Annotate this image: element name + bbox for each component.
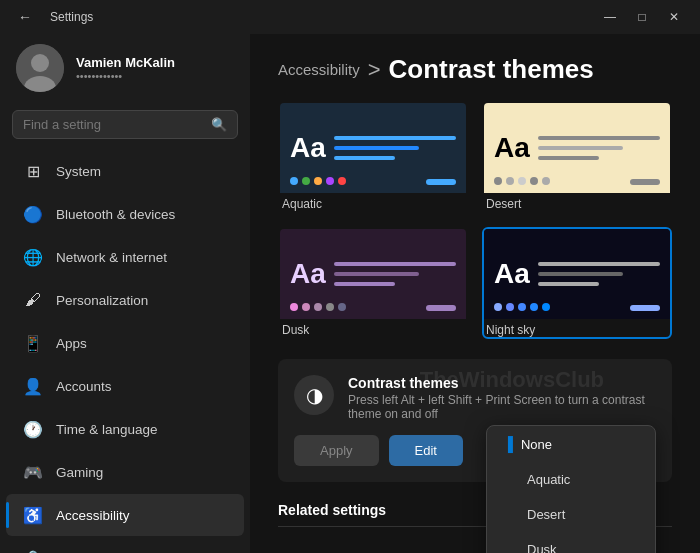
nav-label: Time & language (56, 422, 158, 437)
user-name: Vamien McKalin (76, 55, 175, 70)
titlebar: ← Settings — □ ✕ (0, 0, 700, 34)
contrast-desc: Press left Alt + left Shift + Print Scre… (348, 393, 656, 421)
window-controls: — □ ✕ (594, 3, 690, 31)
nav-label: Personalization (56, 293, 148, 308)
contrast-icon: ◑ (294, 375, 334, 415)
check-icon: ▐ (503, 436, 513, 452)
svg-point-1 (31, 54, 49, 72)
nav-label: Network & internet (56, 250, 167, 265)
theme-aa-dusk: Aa (290, 258, 326, 290)
user-info: Vamien McKalin •••••••••••• (76, 55, 175, 82)
network-icon: 🌐 (22, 246, 44, 268)
privacy-icon: 🔒 (22, 547, 44, 553)
contrast-row: ◑ Contrast themes Press left Alt + left … (294, 375, 656, 421)
nav-label: Accounts (56, 379, 112, 394)
accounts-icon: 👤 (22, 375, 44, 397)
user-section: Vamien McKalin •••••••••••• (0, 34, 250, 106)
nav-list: ⊞System🔵Bluetooth & devices🌐Network & in… (0, 149, 250, 553)
accessibility-icon: ♿ (22, 504, 44, 526)
contrast-info: Contrast themes Press left Alt + left Sh… (348, 375, 656, 421)
minimize-button[interactable]: — (594, 3, 626, 31)
dropdown-option-dusk[interactable]: Dusk (487, 532, 655, 553)
sidebar-item-network[interactable]: 🌐Network & internet (6, 236, 244, 278)
gaming-icon: 🎮 (22, 461, 44, 483)
nav-label: Apps (56, 336, 87, 351)
theme-label-dusk: Dusk (280, 323, 466, 337)
close-button[interactable]: ✕ (658, 3, 690, 31)
breadcrumb-separator: > (368, 57, 381, 83)
sidebar-item-gaming[interactable]: 🎮Gaming (6, 451, 244, 493)
theme-grid: Aa Aquatic Aa D (278, 101, 672, 339)
sidebar-item-time[interactable]: 🕐Time & language (6, 408, 244, 450)
avatar (16, 44, 64, 92)
theme-label-desert: Desert (484, 197, 670, 211)
dropdown-popup: ▐NoneAquaticDesertDuskNight sky (486, 425, 656, 553)
breadcrumb-parent: Accessibility (278, 61, 360, 78)
nav-label: Bluetooth & devices (56, 207, 175, 222)
search-box[interactable]: 🔍 (12, 110, 238, 139)
app-title: Settings (50, 10, 93, 24)
maximize-button[interactable]: □ (626, 3, 658, 31)
theme-aa-desert: Aa (494, 132, 530, 164)
search-icon: 🔍 (211, 117, 227, 132)
nav-label: Accessibility (56, 508, 130, 523)
theme-aa-aquatic: Aa (290, 132, 326, 164)
system-icon: ⊞ (22, 160, 44, 182)
page-title: Contrast themes (389, 54, 594, 85)
content-area: Accessibility > Contrast themes Aa Aquat… (250, 34, 700, 553)
sidebar-item-bluetooth[interactable]: 🔵Bluetooth & devices (6, 193, 244, 235)
contrast-section: ◑ Contrast themes Press left Alt + left … (278, 359, 672, 482)
personalization-icon: 🖌 (22, 289, 44, 311)
search-input[interactable] (23, 117, 203, 132)
breadcrumb: Accessibility > Contrast themes (278, 54, 672, 85)
apps-icon: 📱 (22, 332, 44, 354)
sidebar-item-system[interactable]: ⊞System (6, 150, 244, 192)
theme-card-desert[interactable]: Aa Desert (482, 101, 672, 213)
time-icon: 🕐 (22, 418, 44, 440)
apply-button[interactable]: Apply (294, 435, 379, 466)
back-button[interactable]: ← (10, 5, 40, 29)
bluetooth-icon: 🔵 (22, 203, 44, 225)
sidebar-item-personalization[interactable]: 🖌Personalization (6, 279, 244, 321)
sidebar-item-accessibility[interactable]: ♿Accessibility (6, 494, 244, 536)
theme-card-nightsky[interactable]: Aa Night sky (482, 227, 672, 339)
theme-card-aquatic[interactable]: Aa Aquatic (278, 101, 468, 213)
sidebar-item-accounts[interactable]: 👤Accounts (6, 365, 244, 407)
theme-label-aquatic: Aquatic (280, 197, 466, 211)
sidebar-item-privacy[interactable]: 🔒Privacy & security (6, 537, 244, 553)
theme-card-dusk[interactable]: Aa Dusk (278, 227, 468, 339)
theme-aa-nightsky: Aa (494, 258, 530, 290)
theme-label-nightsky: Night sky (484, 323, 670, 337)
nav-label: System (56, 164, 101, 179)
edit-button[interactable]: Edit (389, 435, 463, 466)
nav-label: Gaming (56, 465, 103, 480)
sidebar-item-apps[interactable]: 📱Apps (6, 322, 244, 364)
sidebar: Vamien McKalin •••••••••••• 🔍 ⊞System🔵Bl… (0, 34, 250, 553)
user-email: •••••••••••• (76, 70, 175, 82)
main-layout: Vamien McKalin •••••••••••• 🔍 ⊞System🔵Bl… (0, 34, 700, 553)
dropdown-option-aquatic[interactable]: Aquatic (487, 462, 655, 497)
dropdown-option-none[interactable]: ▐None (487, 426, 655, 462)
dropdown-option-desert[interactable]: Desert (487, 497, 655, 532)
contrast-controls: Apply Edit ▐NoneAquaticDesertDuskNight s… (294, 435, 656, 466)
contrast-title: Contrast themes (348, 375, 656, 391)
